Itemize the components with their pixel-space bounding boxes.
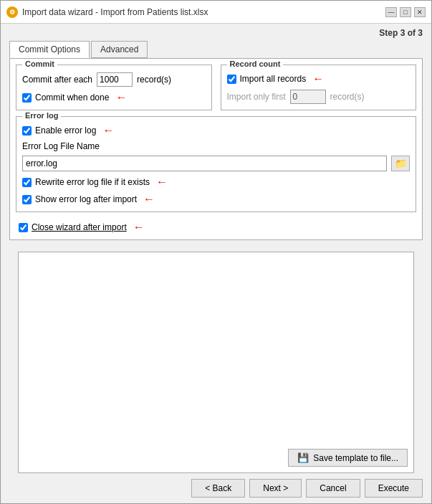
step-label: Step 3 of 3 [1,24,431,41]
commit-when-done-checkbox[interactable] [22,93,32,103]
commit-group-title: Commit [22,60,57,68]
footer-buttons: < Back Next > Cancel Execute [1,473,431,503]
commit-group-content: Commit after each record(s) Commit when … [22,72,206,104]
close-button[interactable]: ✕ [414,7,426,17]
restore-button[interactable]: □ [400,7,411,17]
close-wizard-row: Close wizard after import ← [16,218,416,234]
record-count-content: Import all records ← Import only first r… [227,72,411,104]
close-wizard-label: Close wizard after import [32,222,127,232]
error-log-group: Error log Enable error log ← Error Log F… [16,116,416,212]
options-row: Commit Commit after each record(s) Commi… [16,65,416,110]
minimize-button[interactable]: — [385,7,397,17]
import-all-row: Import all records ← [227,72,411,85]
title-bar-controls: — □ ✕ [385,7,426,17]
rewrite-arrow: ← [156,176,168,189]
rewrite-row: Rewrite error log file if it exists ← [22,176,410,189]
close-wizard-checkbox[interactable] [19,223,28,232]
close-wizard-arrow: ← [133,221,145,234]
error-log-title: Error log [22,111,61,120]
browse-button[interactable]: 📁 [391,156,410,171]
error-log-content: Enable error log ← Error Log File Name 📁 [22,124,410,206]
commit-when-done-label: Commit when done [35,92,109,103]
import-all-label: Import all records [240,74,307,84]
rewrite-label: Rewrite error log file if it exists [35,177,150,187]
save-template-label: Save template to file... [313,453,398,463]
tab-advanced[interactable]: Advanced [91,41,148,58]
file-name-label-row: Error Log File Name [22,141,410,151]
window-title: Import data wizard - Import from Patient… [22,7,208,17]
commit-after-label: Commit after each [22,75,92,85]
record-count-group: Record count Import all records ← Import… [221,65,417,110]
back-button[interactable]: < Back [191,479,245,498]
enable-error-log-label: Enable error log [35,125,96,135]
import-only-first-label: Import only first [227,92,286,102]
commit-after-row: Commit after each record(s) [22,72,206,87]
commit-when-done-row: Commit when done ← [22,91,206,104]
import-all-checkbox[interactable] [227,75,236,84]
main-panel: Commit Commit after each record(s) Commi… [1,58,431,473]
execute-button[interactable]: Execute [365,479,423,498]
tabs-row: Commit Options Advanced [1,41,431,58]
enable-error-log-row: Enable error log ← [22,124,410,137]
enable-error-log-arrow: ← [102,124,114,137]
show-after-checkbox[interactable] [22,195,32,204]
tab-commit-options[interactable]: Commit Options [9,41,90,58]
tab-content: Commit Commit after each record(s) Commi… [9,58,423,240]
cancel-button[interactable]: Cancel [306,479,360,498]
show-after-label: Show error log after import [35,194,137,204]
record-count-title: Record count [227,60,284,68]
error-log-file-input[interactable] [22,156,387,171]
import-only-first-records: record(s) [330,92,365,102]
file-name-input-row: 📁 [22,156,410,171]
commit-when-done-arrow: ← [115,91,127,104]
records-label: record(s) [137,75,171,85]
title-bar-left: ⚙ Import data wizard - Import from Patie… [6,6,208,18]
main-window: ⚙ Import data wizard - Import from Patie… [0,0,432,504]
import-only-first-row: Import only first record(s) [227,90,411,104]
app-icon: ⚙ [6,6,18,18]
title-bar: ⚙ Import data wizard - Import from Patie… [1,1,431,24]
floppy-icon: 💾 [297,452,309,463]
commit-after-input[interactable] [97,72,133,87]
bottom-panel: 💾 Save template to file... [18,252,414,473]
file-name-label: Error Log File Name [22,141,100,151]
next-button[interactable]: Next > [249,479,302,498]
enable-error-log-checkbox[interactable] [22,126,32,135]
save-template-button[interactable]: 💾 Save template to file... [288,449,408,467]
rewrite-checkbox[interactable] [22,178,32,187]
import-only-first-input[interactable] [290,90,326,104]
import-all-arrow: ← [312,72,324,85]
folder-icon: 📁 [395,158,407,169]
commit-group: Commit Commit after each record(s) Commi… [16,65,212,110]
show-after-row: Show error log after import ← [22,193,410,206]
show-after-arrow: ← [143,193,155,206]
